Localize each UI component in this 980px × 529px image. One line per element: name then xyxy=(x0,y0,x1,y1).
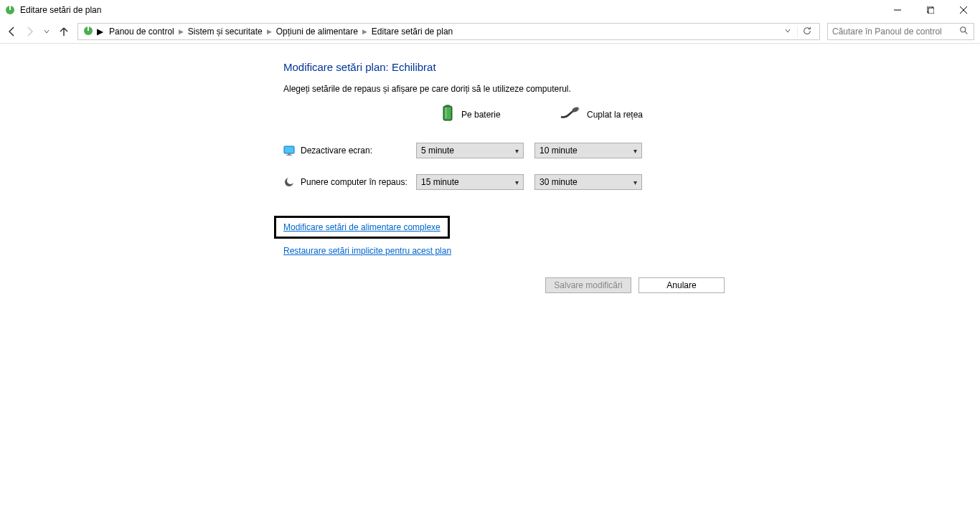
sleep-plugged-select[interactable]: 30 minute ▾ xyxy=(534,174,642,190)
sleep-battery-select[interactable]: 15 minute ▾ xyxy=(416,174,524,190)
chevron-right-icon[interactable]: ▶ xyxy=(361,28,369,35)
page-title: Modificare setări plan: Echilibrat xyxy=(283,61,980,73)
content-area: Modificare setări plan: Echilibrat Alege… xyxy=(0,43,980,293)
svg-rect-18 xyxy=(284,146,294,153)
chevron-down-icon: ▾ xyxy=(515,178,519,186)
chevron-down-icon: ▾ xyxy=(633,178,637,186)
breadcrumb-item[interactable]: Editare setări de plan xyxy=(369,25,456,38)
svg-rect-1 xyxy=(9,6,11,10)
plugged-column-label: Cuplat la rețea xyxy=(587,110,643,120)
select-value: 5 minute xyxy=(421,146,454,156)
maximize-button[interactable] xyxy=(914,0,947,20)
refresh-button[interactable] xyxy=(797,26,816,38)
up-button[interactable] xyxy=(57,25,70,38)
plug-icon xyxy=(560,107,580,122)
sleep-label: Punere computer în repaus: xyxy=(301,177,407,187)
advanced-settings-link[interactable]: Modificare setări de alimentare complexe xyxy=(283,222,440,232)
search-input[interactable] xyxy=(832,27,959,37)
svg-line-16 xyxy=(578,107,580,108)
svg-point-22 xyxy=(287,177,294,184)
chevron-right-icon[interactable]: ▶ xyxy=(265,28,273,35)
battery-icon xyxy=(441,105,454,124)
display-icon xyxy=(283,145,295,156)
recent-dropdown-icon[interactable] xyxy=(40,25,53,38)
select-value: 30 minute xyxy=(540,177,578,187)
search-icon[interactable] xyxy=(959,26,969,38)
chevron-down-icon: ▾ xyxy=(633,147,637,155)
select-value: 15 minute xyxy=(421,177,459,187)
battery-column-label: Pe baterie xyxy=(461,110,501,120)
cancel-button[interactable]: Anulare xyxy=(639,277,725,293)
breadcrumb-item[interactable]: Opțiuni de alimentare xyxy=(273,25,361,38)
breadcrumb-item[interactable]: Panou de control xyxy=(106,25,177,38)
svg-rect-8 xyxy=(88,27,89,31)
power-options-icon xyxy=(4,4,16,16)
search-box[interactable] xyxy=(827,23,974,40)
save-button[interactable]: Salvare modificări xyxy=(545,277,631,293)
display-off-label: Dezactivare ecran: xyxy=(301,146,372,156)
display-off-plugged-select[interactable]: 10 minute ▾ xyxy=(534,143,642,158)
breadcrumb: Panou de control ▶ Sistem și securitate … xyxy=(106,25,778,38)
page-subtitle: Alegeți setările de repaus și afișare pe… xyxy=(283,84,980,94)
power-options-icon xyxy=(83,25,94,39)
forward-button[interactable] xyxy=(23,25,36,38)
back-button[interactable] xyxy=(6,25,19,38)
close-button[interactable] xyxy=(947,0,980,20)
minimize-button[interactable] xyxy=(881,0,914,20)
chevron-right-icon[interactable]: ▶ xyxy=(97,27,103,37)
chevron-down-icon: ▾ xyxy=(515,147,519,155)
restore-defaults-link[interactable]: Restaurare setări implicite pentru acest… xyxy=(283,246,451,256)
svg-rect-14 xyxy=(445,108,447,118)
title-bar: Editare setări de plan xyxy=(0,0,980,20)
svg-point-9 xyxy=(961,27,966,32)
address-dropdown-icon[interactable] xyxy=(781,27,794,37)
window-title: Editare setări de plan xyxy=(20,5,101,15)
highlighted-link-box: Modificare setări de alimentare complexe xyxy=(274,216,450,239)
chevron-right-icon[interactable]: ▶ xyxy=(177,28,185,35)
address-bar[interactable]: ▶ Panou de control ▶ Sistem și securitat… xyxy=(77,23,820,40)
nav-bar: ▶ Panou de control ▶ Sistem și securitat… xyxy=(0,20,980,43)
breadcrumb-item[interactable]: Sistem și securitate xyxy=(185,25,265,38)
svg-line-10 xyxy=(965,31,968,34)
svg-rect-4 xyxy=(928,8,934,14)
display-off-battery-select[interactable]: 5 minute ▾ xyxy=(416,143,524,158)
svg-rect-19 xyxy=(288,153,291,155)
select-value: 10 minute xyxy=(540,146,578,156)
moon-icon xyxy=(283,176,295,188)
svg-rect-20 xyxy=(286,155,292,156)
svg-line-17 xyxy=(579,108,580,109)
